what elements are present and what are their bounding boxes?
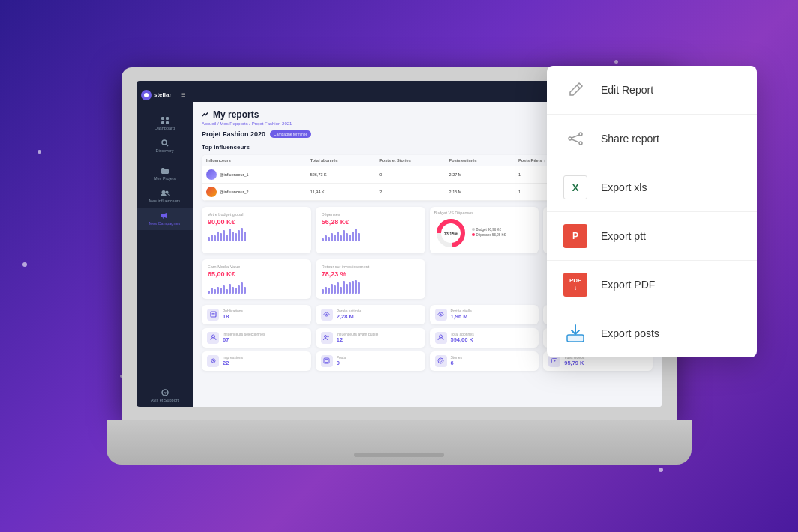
pdf-icon: PDF ↓ (562, 271, 589, 298)
stat-label: Retour sur investissement (322, 265, 419, 269)
sidebar-item-label: Discovery (155, 148, 173, 153)
svg-line-43 (572, 139, 579, 142)
xls-icon: X (562, 174, 589, 201)
sidebar-item-mes-projets[interactable]: Mes Projets (136, 163, 193, 185)
export-posts-item[interactable]: Export posts (547, 309, 757, 357)
avatar (206, 187, 217, 197)
svg-point-0 (144, 93, 148, 97)
svg-point-5 (162, 140, 166, 145)
info-value: 2,28 M (337, 313, 420, 320)
sidebar-item-discovery[interactable]: Discovery (136, 135, 193, 157)
svg-text:?: ? (164, 390, 166, 395)
stat-value: 78,23 % (322, 270, 419, 278)
stat-chart (208, 228, 305, 241)
svg-point-8 (165, 190, 168, 193)
logo-text: stellar (154, 91, 172, 98)
stat-label: Earn Media Value (208, 265, 305, 269)
publications-icon (207, 309, 219, 321)
sidebar-item-campagnes[interactable]: Mes Campagnes (136, 208, 193, 230)
svg-rect-18 (212, 313, 214, 314)
table-cell: 2,27 M (445, 169, 514, 180)
table-cell: 526,73 K (306, 169, 375, 180)
svg-rect-44 (567, 335, 584, 342)
share-report-item[interactable]: Share report (547, 115, 757, 163)
megaphone-icon (160, 212, 170, 220)
export-ptt-item[interactable]: P Export ptt (547, 212, 757, 261)
col-abonnes: Total abonnés ↑ (306, 155, 375, 166)
info-text: Portée réelle 1,96 M (451, 309, 534, 320)
portee-estimee-icon (321, 309, 333, 321)
svg-line-6 (166, 144, 168, 146)
info-value: 67 (223, 336, 306, 343)
sidebar-item-support[interactable]: ? Avis et Support (136, 384, 193, 407)
stories-icon (435, 355, 447, 367)
sidebar-item-label: Mes Campagnes (149, 221, 181, 226)
svg-point-31 (440, 360, 442, 362)
influ-publie-icon (321, 332, 333, 344)
dropdown-menu: Edit Report Share report X Export xls P … (547, 66, 757, 357)
stat-label: Dépenses (322, 212, 419, 217)
menu-icon[interactable]: ≡ (181, 91, 185, 99)
edit-report-label: Edit Report (601, 84, 653, 96)
table-cell: 2,15 M (445, 187, 514, 197)
total-abonnes-icon (435, 332, 447, 344)
sidebar-logo: stellar ≡ (136, 87, 193, 103)
table-cell: 0 (375, 169, 444, 180)
info-card-influ-publié: Influenceurs ayant publié 12 (316, 328, 425, 348)
svg-point-28 (440, 314, 442, 315)
svg-point-22 (212, 360, 214, 362)
info-card-portee-reelle: Portée réelle 1,96 M (430, 305, 539, 324)
share-report-label: Share report (601, 133, 659, 145)
table-cell: 2 (375, 187, 444, 197)
info-value: 9 (337, 360, 420, 366)
info-text: Posts 9 (337, 355, 420, 366)
influenceurs-icon (207, 332, 219, 344)
info-col-1: Publications 18 Influenceurs sélectionné… (202, 305, 311, 371)
svg-rect-1 (161, 117, 164, 120)
portee-reelle-icon (435, 309, 447, 321)
sidebar-item-label: Mes influenceurs (149, 199, 181, 203)
stat-card-emv: Earn Media Value 65,00 K€ (202, 259, 311, 299)
svg-rect-4 (166, 121, 169, 124)
users-icon (160, 190, 170, 197)
info-text: Impressions 22 (223, 355, 306, 366)
info-value: 6 (451, 360, 534, 366)
stat-card-depenses: Dépenses 56,28 K€ (316, 207, 425, 253)
ppt-icon: P (562, 223, 589, 250)
sidebar-item-mes-influenceurs[interactable]: Mes influenceurs (136, 185, 193, 208)
info-value: 1,96 M (451, 313, 534, 320)
stat-card-roi: Retour sur investissement 78,23 % (316, 259, 425, 299)
folder-icon (160, 167, 170, 175)
sidebar: stellar ≡ Dashboard Discovery (136, 81, 193, 407)
export-pdf-item[interactable]: PDF ↓ Export PDF (547, 261, 757, 309)
svg-point-24 (325, 336, 327, 338)
col-posts-stories: Posts et Stories (375, 155, 444, 166)
svg-point-30 (438, 358, 443, 363)
info-card-portee-estimee: Portée estimée 2,28 M (316, 305, 425, 324)
sidebar-item-label: Avis et Support (151, 398, 178, 402)
decorative-dot (38, 150, 41, 154)
impressions-icon (207, 355, 219, 367)
info-text: Influenceurs ayant publié 12 (337, 332, 420, 343)
stat-value: 90,00 K€ (208, 218, 305, 226)
sidebar-item-dashboard[interactable]: Dashboard (136, 112, 193, 135)
share-icon (562, 125, 589, 152)
decorative-dot (614, 60, 618, 64)
help-icon: ? (160, 389, 170, 396)
donut-container: 73,15% Budget 90,96 K€ Dépenses 56,28 K€ (434, 217, 535, 250)
info-col-2: Portée estimée 2,28 M Influenceurs ayant… (316, 305, 425, 371)
info-card-impressions: Impressions 22 (202, 351, 311, 371)
info-text: Portée estimée 2,28 M (337, 309, 420, 320)
export-xls-item[interactable]: X Export xls (547, 163, 757, 212)
posts-icon (321, 355, 333, 367)
info-card-publications: Publications 18 (202, 305, 311, 324)
edit-report-item[interactable]: Edit Report (547, 66, 757, 115)
export-posts-icon (562, 320, 589, 347)
influencer-cell: @influenceur_2 (202, 184, 306, 200)
sidebar-item-label: Dashboard (154, 126, 175, 130)
info-card-posts: Posts 9 (316, 351, 425, 371)
grid-icon (160, 117, 170, 124)
stat-card-donut1: Budget VS Dépenses 73,15% Budget 90,96 K… (430, 207, 539, 253)
donut-chart: 73,15% (434, 217, 467, 250)
info-card-influenceurs: Influenceurs sélectionnés 67 (202, 328, 311, 348)
